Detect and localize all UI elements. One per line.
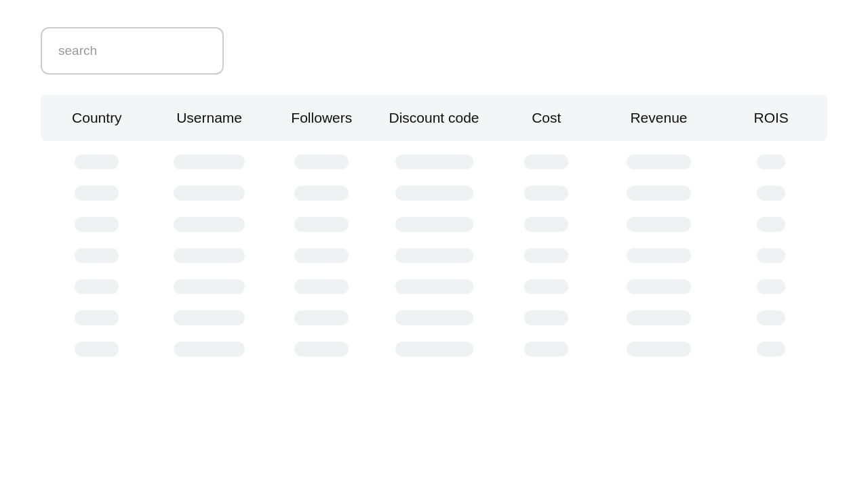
cell-rois — [715, 342, 827, 357]
cell-discount — [378, 342, 490, 357]
skeleton — [174, 310, 245, 325]
table-row — [41, 333, 827, 365]
skeleton — [627, 186, 691, 201]
cell-revenue — [603, 186, 715, 201]
cell-username — [153, 279, 266, 294]
skeleton — [294, 310, 349, 325]
header-followers: Followers — [265, 95, 378, 141]
cell-discount — [378, 155, 490, 169]
cell-revenue — [603, 248, 715, 263]
header-country: Country — [41, 95, 153, 141]
skeleton — [174, 186, 245, 201]
cell-username — [153, 310, 266, 325]
cell-followers — [265, 342, 378, 357]
cell-discount — [378, 186, 490, 201]
skeleton — [524, 342, 568, 357]
cell-rois — [715, 279, 827, 294]
cell-followers — [265, 248, 378, 263]
cell-username — [153, 248, 266, 263]
skeleton — [524, 310, 568, 325]
skeleton — [75, 186, 119, 201]
table-row — [41, 209, 827, 240]
skeleton — [395, 217, 473, 232]
cell-rois — [715, 217, 827, 232]
skeleton — [524, 155, 568, 169]
skeleton — [627, 342, 691, 357]
header-cost: Cost — [490, 95, 603, 141]
skeleton — [75, 342, 119, 357]
skeleton — [757, 342, 785, 357]
table-header: Country Username Followers Discount code… — [41, 95, 827, 141]
skeleton — [627, 217, 691, 232]
skeleton — [524, 279, 568, 294]
skeleton — [524, 186, 568, 201]
skeleton — [75, 155, 119, 169]
cell-revenue — [603, 279, 715, 294]
skeleton — [294, 279, 349, 294]
skeleton — [174, 217, 245, 232]
skeleton — [627, 310, 691, 325]
skeleton — [174, 155, 245, 169]
skeleton — [174, 248, 245, 263]
cell-country — [41, 342, 153, 357]
cell-cost — [490, 186, 603, 201]
cell-username — [153, 186, 266, 201]
skeleton — [757, 279, 785, 294]
table-row — [41, 271, 827, 302]
table-body — [41, 146, 827, 365]
cell-cost — [490, 310, 603, 325]
cell-revenue — [603, 342, 715, 357]
cell-country — [41, 217, 153, 232]
cell-followers — [265, 279, 378, 294]
skeleton — [757, 186, 785, 201]
skeleton — [757, 155, 785, 169]
cell-discount — [378, 310, 490, 325]
skeleton — [294, 217, 349, 232]
cell-followers — [265, 186, 378, 201]
cell-rois — [715, 248, 827, 263]
search-wrapper — [41, 27, 827, 75]
table-container: Country Username Followers Discount code… — [41, 95, 827, 365]
search-input[interactable] — [41, 27, 224, 75]
cell-revenue — [603, 155, 715, 169]
skeleton — [757, 310, 785, 325]
cell-cost — [490, 248, 603, 263]
skeleton — [75, 217, 119, 232]
skeleton — [395, 186, 473, 201]
cell-username — [153, 342, 266, 357]
skeleton — [294, 186, 349, 201]
cell-discount — [378, 279, 490, 294]
skeleton — [75, 248, 119, 263]
header-username: Username — [153, 95, 266, 141]
skeleton — [294, 248, 349, 263]
skeleton — [75, 279, 119, 294]
cell-revenue — [603, 310, 715, 325]
skeleton — [294, 342, 349, 357]
skeleton — [757, 248, 785, 263]
cell-rois — [715, 155, 827, 169]
skeleton — [627, 155, 691, 169]
table-row — [41, 178, 827, 209]
cell-cost — [490, 279, 603, 294]
skeleton — [395, 248, 473, 263]
cell-rois — [715, 186, 827, 201]
skeleton — [524, 217, 568, 232]
cell-followers — [265, 155, 378, 169]
cell-discount — [378, 217, 490, 232]
header-revenue: Revenue — [603, 95, 715, 141]
skeleton — [174, 342, 245, 357]
cell-cost — [490, 342, 603, 357]
skeleton — [395, 279, 473, 294]
cell-followers — [265, 217, 378, 232]
cell-username — [153, 155, 266, 169]
cell-country — [41, 279, 153, 294]
skeleton — [524, 248, 568, 263]
cell-cost — [490, 217, 603, 232]
skeleton — [75, 310, 119, 325]
cell-country — [41, 248, 153, 263]
skeleton — [627, 279, 691, 294]
header-rois: ROIS — [715, 95, 827, 141]
cell-discount — [378, 248, 490, 263]
skeleton — [395, 342, 473, 357]
skeleton — [395, 310, 473, 325]
